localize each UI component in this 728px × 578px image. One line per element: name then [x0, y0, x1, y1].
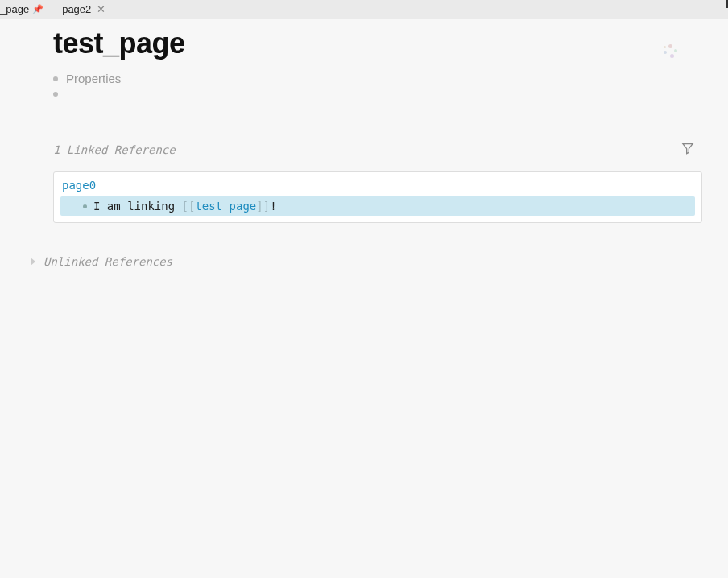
bullet-icon — [53, 76, 58, 81]
main-content: test_page Properties 1 Linked Reference … — [0, 19, 728, 268]
bullet-icon — [53, 92, 58, 97]
empty-block-row[interactable] — [53, 92, 728, 97]
linked-references-title: 1 Linked Reference — [53, 143, 176, 156]
properties-label: Properties — [66, 72, 121, 85]
bullet-icon — [83, 204, 87, 208]
reference-text: I am linking [[test_page]]! — [93, 200, 277, 213]
loading-icon — [662, 43, 680, 60]
page-title[interactable]: test_page — [53, 27, 728, 60]
reference-source-page[interactable]: page0 — [60, 179, 695, 192]
pin-icon: 📌 — [32, 4, 43, 14]
linked-references-section: 1 Linked Reference page0 I am linking [[… — [53, 142, 728, 268]
reference-block[interactable]: I am linking [[test_page]]! — [60, 196, 695, 216]
unlinked-references-title: Unlinked References — [43, 255, 172, 268]
tab-pinned-label: _page — [0, 3, 29, 15]
tab-page2-label: page2 — [62, 3, 91, 15]
svg-marker-0 — [683, 144, 693, 154]
close-icon[interactable]: ✕ — [97, 3, 105, 15]
tab-page2[interactable]: page2 ✕ — [62, 0, 112, 19]
unlinked-references-section[interactable]: Unlinked References — [31, 255, 696, 268]
reference-panel: page0 I am linking [[test_page]]! — [53, 171, 702, 223]
properties-row[interactable]: Properties — [53, 72, 728, 85]
tab-pinned[interactable]: _page 📌 — [0, 0, 50, 19]
tab-bar: _page 📌 page2 ✕ — [0, 0, 728, 19]
page-link[interactable]: test_page — [195, 200, 256, 213]
caret-right-icon — [31, 258, 35, 266]
filter-icon[interactable] — [681, 142, 694, 157]
linked-references-header[interactable]: 1 Linked Reference — [53, 142, 696, 157]
